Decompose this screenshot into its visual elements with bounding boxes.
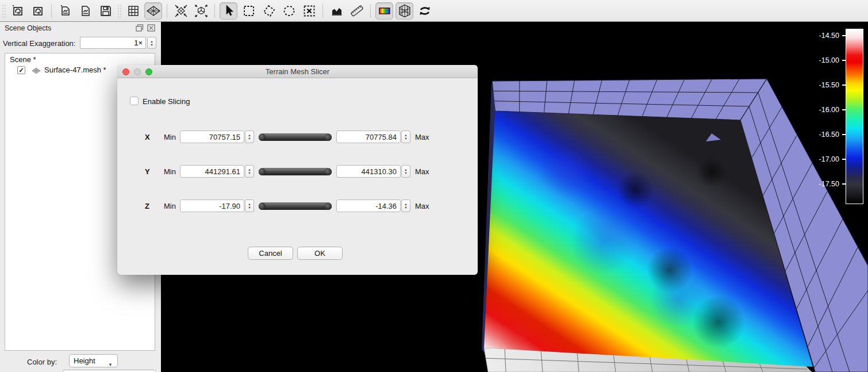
x-max-input[interactable] — [336, 131, 401, 143]
z-min-input[interactable] — [180, 200, 244, 212]
spin-down-icon: ▼ — [248, 171, 251, 175]
select-polygon-icon — [262, 4, 276, 18]
slider-handle-min[interactable] — [259, 203, 266, 210]
min-label-z: Min — [164, 202, 176, 210]
dialog-titlebar[interactable]: Terrain Mesh Slicer — [117, 65, 478, 78]
tree-item-label: Surface-47.mesh * — [44, 66, 106, 74]
slider-handle-max[interactable] — [325, 168, 332, 175]
colorbar-tick: -17.50 — [819, 179, 846, 189]
close-panel-icon[interactable] — [147, 24, 155, 32]
import-mesh-new-icon — [59, 4, 72, 18]
colorbar-tick: -14.50 — [819, 31, 846, 40]
select-lasso-icon — [282, 4, 296, 18]
y-range-slider[interactable] — [259, 168, 332, 175]
new-project-button[interactable] — [9, 2, 26, 20]
panel-header: Scene Objects — [0, 22, 161, 34]
axis-label-y: Y — [145, 167, 156, 176]
cursor-button[interactable] — [220, 2, 237, 20]
fit-view-icon — [174, 3, 189, 18]
color-by-label: Color by: — [27, 358, 57, 366]
z-max-stepper[interactable]: ▲▼ — [401, 200, 410, 212]
grid-table-button[interactable] — [124, 2, 142, 20]
axis-label-x: X — [145, 133, 156, 141]
check-icon: ✓ — [18, 67, 24, 74]
enable-slicing-checkbox[interactable] — [130, 97, 139, 105]
slider-handle-min[interactable] — [259, 168, 266, 175]
y-min-input[interactable] — [180, 165, 244, 178]
colorbar-tick: -17.00 — [819, 155, 846, 164]
spin-down-icon: ▼ — [404, 171, 407, 175]
ok-button[interactable]: OK — [297, 247, 343, 260]
min-label-x: Min — [164, 133, 176, 141]
x-max-stepper[interactable]: ▲▼ — [401, 131, 410, 143]
toolbar-grip[interactable] — [2, 4, 6, 18]
mesh-icon — [32, 67, 41, 74]
x-range-slider[interactable] — [259, 133, 332, 141]
select-rect-icon — [242, 4, 256, 18]
mesh-flat-icon — [146, 4, 161, 18]
mesh-flat-button[interactable] — [144, 2, 162, 20]
colorbar-tick: -15.50 — [819, 80, 846, 90]
y-min-stepper[interactable]: ▲▼ — [245, 165, 254, 178]
x-min-input[interactable] — [180, 131, 244, 143]
slider-handle-max[interactable] — [325, 134, 332, 141]
cancel-button[interactable]: Cancel — [248, 247, 293, 260]
histogram-icon — [330, 4, 344, 18]
colorbar — [846, 29, 863, 204]
spin-down-icon: ▼ — [404, 206, 407, 209]
terrain-mesh-slicer-dialog: Terrain Mesh Slicer Enable Slicing X Min… — [117, 65, 478, 275]
scene-root-node[interactable]: Scene * — [10, 55, 36, 64]
z-min-stepper[interactable]: ▲▼ — [245, 200, 254, 212]
panel-title: Scene Objects — [5, 24, 51, 32]
y-max-input[interactable] — [336, 165, 401, 178]
grid-3d-icon — [397, 3, 412, 18]
ruler-button[interactable] — [348, 2, 366, 20]
cursor-icon — [222, 4, 235, 18]
fit-view-button[interactable] — [172, 2, 190, 20]
colorbar-tick: -16.00 — [819, 105, 846, 114]
select-lasso-button[interactable] — [280, 2, 298, 20]
import-mesh-button[interactable] — [76, 2, 94, 20]
toolbar-grip[interactable] — [117, 4, 121, 18]
spin-down-icon[interactable]: ▼ — [150, 43, 153, 47]
spin-down-icon: ▼ — [404, 137, 407, 140]
select-polygon-button[interactable] — [260, 2, 278, 20]
float-panel-icon[interactable] — [136, 24, 144, 32]
save-button[interactable] — [97, 2, 114, 20]
z-max-input[interactable] — [336, 200, 401, 212]
clear-selection-button[interactable] — [300, 2, 318, 20]
cube-extents-icon — [194, 3, 209, 18]
histogram-button[interactable] — [328, 2, 345, 20]
spin-down-icon: ▼ — [248, 137, 251, 140]
tick-mark — [842, 35, 846, 36]
import-mesh-icon — [79, 4, 93, 18]
import-mesh-new-button[interactable] — [56, 2, 74, 20]
toolbar — [0, 0, 868, 22]
colormap-button[interactable] — [375, 2, 393, 20]
min-label-y: Min — [164, 167, 176, 176]
y-max-stepper[interactable]: ▲▼ — [401, 165, 410, 178]
cube-extents-button[interactable] — [192, 2, 210, 20]
slider-handle-max[interactable] — [325, 203, 332, 210]
colormap-selector-partial[interactable] — [62, 370, 156, 372]
chevron-down-icon: ▼ — [108, 359, 113, 371]
toolbar-separator — [51, 4, 52, 18]
color-by-dropdown[interactable]: Height ▼ — [69, 354, 118, 367]
save-icon — [99, 4, 113, 18]
x-min-stepper[interactable]: ▲▼ — [245, 131, 254, 143]
colorbar-tick: -16.50 — [819, 130, 846, 139]
vertical-exaggeration-input[interactable] — [80, 37, 146, 49]
colorbar-tick: -15.00 — [819, 56, 846, 65]
select-rect-button[interactable] — [240, 2, 258, 20]
vertical-exaggeration-stepper[interactable]: ▲ ▼ — [147, 37, 156, 49]
grid-3d-button[interactable] — [395, 2, 413, 20]
enable-slicing-label: Enable Slicing — [143, 97, 190, 106]
tick-mark — [842, 134, 846, 135]
max-label-y: Max — [415, 167, 429, 176]
rotate-button[interactable] — [416, 2, 433, 20]
slider-handle-min[interactable] — [259, 134, 266, 141]
open-project-button[interactable] — [29, 2, 47, 20]
visibility-checkbox[interactable]: ✓ — [17, 66, 25, 74]
z-range-slider[interactable] — [259, 202, 332, 210]
vertical-exaggeration-label: Vertical Exaggeration: — [3, 39, 75, 48]
